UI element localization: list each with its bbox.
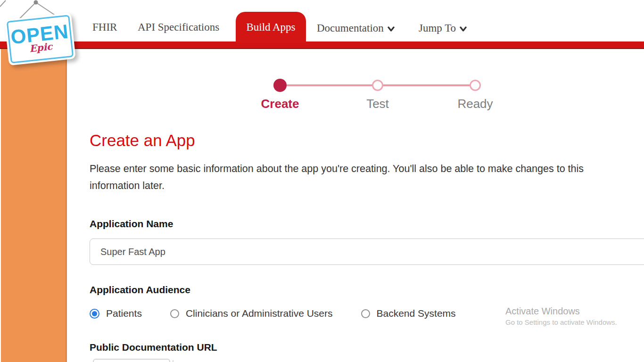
stepper-connector-create-test <box>280 84 378 86</box>
intro-line-1: Please enter some basic information abou… <box>90 160 584 177</box>
radio-option-backend-systems[interactable]: Backend Systems <box>361 308 456 319</box>
radio-option-patients[interactable]: Patients <box>90 308 142 319</box>
radio-option-label: Patients <box>106 308 142 319</box>
stepper-dot-create <box>273 79 287 92</box>
radio-option-label: Clinicians or Administrative Users <box>186 308 333 319</box>
page-title: Create an App <box>90 131 195 150</box>
application-audience-options: Patients Clinicians or Administrative Us… <box>90 305 456 322</box>
activate-windows-hint: Go to Settings to activate Windows. <box>505 318 617 326</box>
radio-option-clinicians[interactable]: Clinicians or Administrative Users <box>170 308 333 319</box>
nav-accent-bar <box>0 41 644 49</box>
input-edge-fragment <box>173 360 173 362</box>
intro-text: Please enter some basic information abou… <box>90 160 584 194</box>
epic-brand-text: Epic <box>29 41 53 54</box>
radio-unselected-icon[interactable] <box>170 309 179 318</box>
open-epic-logo: OPEN Epic <box>0 0 85 71</box>
stepper-dot-test <box>372 80 383 91</box>
nav-item-label: Documentation <box>317 22 384 34</box>
application-name-input[interactable] <box>90 239 644 265</box>
nav-item-label: FHIR <box>92 21 117 33</box>
public-documentation-url-input[interactable] <box>93 359 170 362</box>
top-navigation: FHIR API Specifications Documentation Ju… <box>0 0 644 41</box>
nav-item-label: API Specifications <box>138 21 219 33</box>
stepper-label-test: Test <box>345 97 411 111</box>
radio-selected-icon[interactable] <box>90 309 99 319</box>
nav-item-label: Jump To <box>419 22 456 34</box>
stepper-connector-test-ready <box>378 84 475 86</box>
radio-unselected-icon[interactable] <box>361 309 370 318</box>
chevron-down-icon <box>460 23 467 35</box>
application-audience-label: Application Audience <box>90 284 190 296</box>
stepper-label-create: Create <box>247 97 313 111</box>
orange-side-stripe <box>1 48 67 362</box>
application-name-label: Application Name <box>90 218 173 230</box>
intro-line-2: information later. <box>90 177 584 194</box>
nav-item-api-specifications[interactable]: API Specifications <box>138 21 219 33</box>
stepper-label-ready: Ready <box>442 97 508 111</box>
radio-option-label: Backend Systems <box>377 308 456 319</box>
nav-tab-label: Build Apps <box>246 21 295 33</box>
nav-tab-build-apps[interactable]: Build Apps <box>236 12 306 43</box>
nav-item-documentation[interactable]: Documentation <box>317 21 395 35</box>
activate-windows-watermark: Activate Windows <box>505 306 580 317</box>
nav-item-fhir[interactable]: FHIR <box>92 21 117 33</box>
public-documentation-url-label: Public Documentation URL <box>90 342 217 353</box>
open-sign-border: OPEN Epic <box>7 15 74 64</box>
stepper-dot-ready <box>470 80 481 91</box>
nav-item-jump-to[interactable]: Jump To <box>419 21 467 35</box>
chevron-down-icon <box>388 23 395 35</box>
open-sign: OPEN Epic <box>4 13 75 66</box>
